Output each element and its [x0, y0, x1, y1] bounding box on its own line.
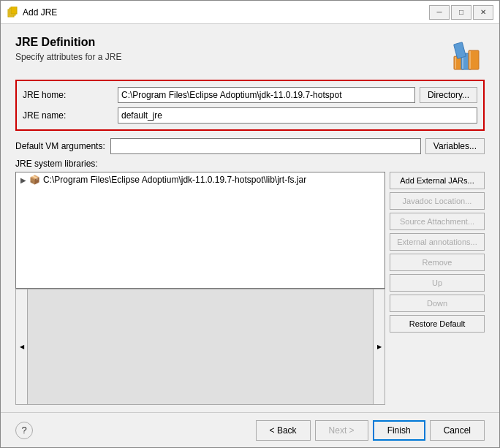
window-title: Add JRE: [23, 7, 429, 18]
jre-home-row: JRE home: Directory...: [23, 87, 477, 103]
window-controls: ─ □ ✕: [429, 5, 493, 20]
default-vm-label: Default VM arguments:: [15, 141, 110, 151]
list-item[interactable]: ▶ 📦 C:\Program Files\Eclipse Adoptium\jd…: [16, 172, 385, 187]
scroll-track: [28, 289, 373, 404]
back-button[interactable]: < Back: [256, 420, 311, 441]
scroll-left-arrow[interactable]: ◀: [16, 289, 28, 404]
restore-default-button[interactable]: Restore Default: [390, 315, 485, 333]
dialog-footer: ? < Back Next > Finish Cancel: [1, 412, 499, 447]
jre-form-section: JRE home: Directory... JRE name:: [15, 80, 485, 131]
jre-name-row: JRE name:: [23, 107, 477, 124]
header-section: JRE Definition Specify attributes for a …: [15, 36, 485, 71]
svg-rect-8: [469, 51, 471, 69]
up-button[interactable]: Up: [390, 274, 485, 292]
jre-name-label: JRE name:: [23, 110, 118, 121]
jre-name-input[interactable]: [118, 107, 477, 124]
directory-button[interactable]: Directory...: [420, 87, 477, 103]
cancel-button[interactable]: Cancel: [430, 420, 485, 441]
help-button[interactable]: ?: [15, 422, 33, 439]
source-attachment-button[interactable]: Source Attachment...: [390, 213, 485, 230]
external-annotations-button[interactable]: External annotations...: [390, 233, 485, 251]
svg-rect-4: [455, 57, 456, 69]
libraries-label: JRE system libraries:: [15, 159, 485, 169]
jre-home-label: JRE home:: [23, 90, 118, 100]
down-button[interactable]: Down: [390, 295, 485, 312]
libraries-list[interactable]: ▶ 📦 C:\Program Files\Eclipse Adoptium\jd…: [15, 172, 385, 289]
jar-icon: 📦: [29, 175, 40, 185]
svg-rect-2: [11, 7, 17, 14]
close-button[interactable]: ✕: [473, 5, 493, 20]
next-button[interactable]: Next >: [315, 420, 368, 441]
variables-button[interactable]: Variables...: [425, 138, 485, 154]
add-jre-dialog: Add JRE ─ □ ✕ JRE Definition Specify att…: [0, 0, 500, 448]
libraries-buttons: Add External JARs... Javadoc Location...…: [390, 172, 485, 405]
maximize-button[interactable]: □: [451, 5, 471, 20]
add-external-jars-button[interactable]: Add External JARs...: [390, 172, 485, 189]
title-bar: Add JRE ─ □ ✕: [1, 1, 499, 24]
horizontal-scrollbar[interactable]: ◀ ▶: [15, 289, 385, 405]
finish-button[interactable]: Finish: [373, 420, 425, 441]
window-icon: [7, 7, 18, 18]
javadoc-location-button[interactable]: Javadoc Location...: [390, 192, 485, 210]
footer-nav-buttons: < Back Next > Finish Cancel: [256, 420, 485, 441]
page-subtitle: Specify attributes for a JRE: [15, 52, 121, 62]
expand-icon: ▶: [20, 176, 26, 184]
books-icon: [450, 36, 485, 71]
library-path: C:\Program Files\Eclipse Adoptium\jdk-11…: [43, 175, 306, 185]
default-vm-input[interactable]: [110, 138, 421, 154]
libraries-section: ▶ 📦 C:\Program Files\Eclipse Adoptium\jd…: [15, 172, 485, 405]
remove-button[interactable]: Remove: [390, 254, 485, 271]
page-title: JRE Definition: [15, 36, 121, 49]
jre-home-input[interactable]: [118, 87, 415, 103]
header-text: JRE Definition Specify attributes for a …: [15, 36, 121, 62]
scroll-right-arrow[interactable]: ▶: [373, 289, 385, 404]
default-vm-row: Default VM arguments: Variables...: [15, 138, 485, 154]
minimize-button[interactable]: ─: [429, 5, 450, 20]
main-content: JRE Definition Specify attributes for a …: [1, 24, 499, 412]
